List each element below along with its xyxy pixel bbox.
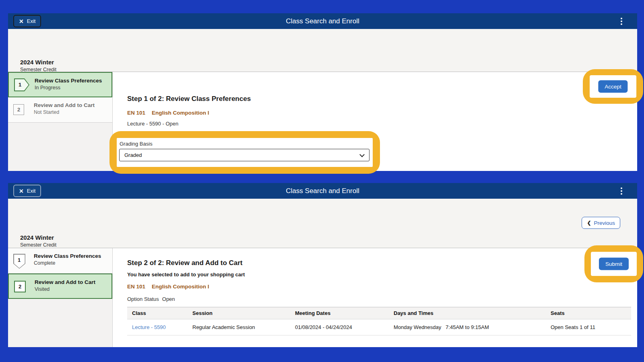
option-status-line: Option StatusOpen	[127, 296, 175, 302]
step2-window: Class Search and Enroll ✕ Exit ❮ Previou…	[8, 183, 637, 347]
kebab-menu-icon[interactable]	[618, 16, 625, 26]
grading-basis-label: Grading Basis	[120, 141, 153, 147]
section-status: Lecture - 5590 - Open	[127, 121, 178, 127]
steps-sidebar: 1 Review Class Preferences In Progress 2…	[8, 72, 113, 171]
step-2-number: 2	[17, 107, 20, 113]
step-1-title: Review Class Preferences	[35, 78, 102, 84]
class-options-table: Class Session Meeting Dates Days and Tim…	[127, 307, 631, 335]
step-1-badge-icon: 1	[14, 78, 29, 91]
step-2-badge-icon: 2	[14, 281, 26, 292]
submit-highlight-inner: Submit	[591, 252, 637, 276]
previous-button-label: Previous	[594, 220, 615, 226]
seats-cell: Open Seats 1 of 11	[546, 319, 631, 335]
submit-button[interactable]: Submit	[599, 258, 629, 270]
step-1-number: 1	[19, 82, 21, 88]
chevron-down-icon	[359, 152, 365, 157]
title-bar: Class Search and Enroll ✕ Exit	[8, 183, 637, 199]
column-header-dates: Meeting Dates	[290, 307, 389, 319]
column-header-days: Days and Times	[389, 307, 546, 319]
table-header-row: Class Session Meeting Dates Days and Tim…	[127, 307, 631, 319]
step-1-status: In Progress	[35, 85, 102, 90]
course-line: EN 101English Composition I	[127, 110, 209, 116]
previous-button[interactable]: ❮ Previous	[582, 217, 620, 229]
exit-button[interactable]: ✕ Exit	[13, 185, 41, 197]
step2-content: Step 2 of 2: Review and Add to Cart You …	[113, 248, 637, 347]
steps-sidebar: 1 Review Class Preferences Complete 2 Re…	[8, 248, 113, 347]
step-1-status: Complete	[34, 260, 101, 266]
grading-basis-highlight-inner: Grading Basis Graded	[117, 138, 373, 167]
exit-button-label: Exit	[27, 18, 36, 24]
accept-highlight-annotation: Accept	[583, 69, 643, 104]
column-header-class: Class	[127, 307, 188, 319]
sidebar-step-1[interactable]: 1 Review Class Preferences In Progress	[8, 72, 112, 97]
course-code: EN 101	[127, 284, 145, 290]
course-code: EN 101	[127, 110, 145, 116]
exit-button-label: Exit	[27, 188, 36, 194]
step-2-title: Review and Add to Cart	[34, 102, 95, 108]
kebab-menu-icon[interactable]	[618, 186, 625, 196]
term-band: 2024 Winter Semester Credit Grand Rapids…	[8, 29, 637, 72]
close-icon: ✕	[19, 18, 24, 25]
step-2-badge-icon: 2	[13, 104, 24, 115]
course-line: EN 101English Composition I	[127, 284, 209, 290]
column-header-session: Session	[188, 307, 290, 319]
class-section-link[interactable]: Lecture - 5590	[127, 319, 188, 335]
term-band: ❮ Previous 2024 Winter Semester Credit G…	[8, 199, 637, 248]
step-2-number: 2	[19, 284, 21, 290]
term-name: 2024 Winter	[20, 59, 97, 66]
accept-button[interactable]: Accept	[598, 80, 627, 93]
chevron-left-icon: ❮	[587, 220, 591, 226]
grading-basis-highlight-annotation: Grading Basis Graded	[109, 131, 380, 174]
grading-basis-selected-value: Graded	[124, 152, 142, 158]
step1-heading: Step 1 of 2: Review Class Preferences	[127, 95, 251, 103]
page-title: Class Search and Enroll	[8, 183, 637, 199]
accept-highlight-inner: Accept	[590, 75, 636, 98]
step-1-badge-icon: 1	[13, 254, 25, 269]
option-status-value: Open	[162, 296, 175, 302]
column-header-seats: Seats	[546, 307, 631, 319]
sidebar-step-2[interactable]: 2 Review and Add to Cart Not Started	[8, 97, 112, 123]
table-row: Lecture - 5590 Regular Academic Session …	[127, 319, 631, 335]
step-2-title: Review and Add to Cart	[35, 279, 95, 285]
step-2-status: Visited	[35, 286, 95, 292]
course-title: English Composition I	[152, 110, 209, 116]
meeting-dates-cell: 01/08/2024 - 04/24/2024	[290, 319, 389, 335]
term-credit-type: Semester Credit	[20, 67, 97, 72]
page-title: Class Search and Enroll	[8, 13, 637, 29]
sidebar-step-2[interactable]: 2 Review and Add to Cart Visited	[8, 274, 112, 299]
option-status-label: Option Status	[127, 296, 159, 302]
days-times-cell: Monday Wednesday 7:45AM to 9:15AM	[389, 319, 546, 335]
session-cell: Regular Academic Session	[188, 319, 290, 335]
term-name: 2024 Winter	[20, 234, 97, 241]
step-1-number: 1	[18, 257, 21, 263]
submit-highlight-annotation: Submit	[584, 245, 643, 282]
step-2-status: Not Started	[34, 109, 95, 115]
cart-subheading: You have selected to add to your shoppin…	[127, 272, 245, 278]
term-credit-type: Semester Credit	[20, 242, 97, 248]
course-title: English Composition I	[152, 284, 209, 290]
step2-heading: Step 2 of 2: Review and Add to Cart	[127, 259, 243, 267]
close-icon: ✕	[19, 188, 24, 194]
grading-basis-select[interactable]: Graded	[119, 149, 369, 161]
title-bar: Class Search and Enroll ✕ Exit	[8, 13, 637, 29]
step-1-title: Review Class Preferences	[34, 253, 101, 259]
sidebar-step-1[interactable]: 1 Review Class Preferences Complete	[8, 248, 112, 274]
exit-button[interactable]: ✕ Exit	[13, 15, 41, 27]
